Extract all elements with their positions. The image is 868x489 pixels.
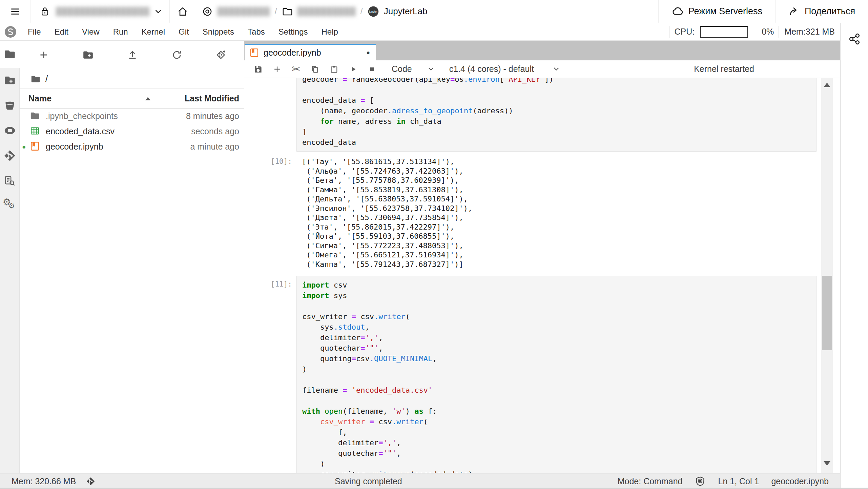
file-name: .ipynb_checkpoints bbox=[46, 111, 118, 121]
cut-cells-button[interactable]: ✂ bbox=[291, 64, 302, 75]
datasphere-logo bbox=[4, 25, 17, 38]
name-header-label: Name bbox=[28, 94, 51, 103]
cursor-position[interactable]: Ln 1, Col 1 bbox=[718, 476, 759, 486]
sidebar-tab-settings[interactable]: ⚙⚙ bbox=[0, 193, 20, 218]
file-list-header: Name Last Modified bbox=[20, 89, 244, 109]
resource-indicators: CPU: 0% Mem:321 MB bbox=[669, 23, 840, 40]
plus-icon bbox=[38, 49, 49, 61]
menu-kernel[interactable]: Kernel bbox=[135, 23, 172, 40]
chevron-down-icon bbox=[428, 67, 434, 71]
folder-name-redacted[interactable]: ██████████ bbox=[297, 7, 356, 16]
notebook-scroll-area: geocoder = YandexGeocoder(api_key=os.env… bbox=[244, 78, 840, 473]
copy-icon bbox=[310, 64, 320, 74]
file-row[interactable]: .ipynb_checkpoints8 minutes ago bbox=[20, 109, 244, 124]
svg-text:jupyter: jupyter bbox=[369, 10, 377, 13]
active-file-label: geocoder.ipynb bbox=[771, 476, 829, 486]
scroll-up-button[interactable] bbox=[824, 83, 830, 87]
menu-tabs[interactable]: Tabs bbox=[241, 23, 272, 40]
cell-prompt: [11]: bbox=[244, 276, 296, 473]
run-cell-button[interactable] bbox=[348, 64, 358, 75]
insert-cell-button[interactable] bbox=[272, 64, 283, 75]
file-browser-breadcrumb[interactable]: / bbox=[20, 69, 244, 89]
share-arrow-icon bbox=[788, 6, 800, 17]
paste-icon bbox=[329, 64, 339, 74]
folder-icon bbox=[30, 74, 41, 84]
trust-shield-icon[interactable] bbox=[695, 476, 706, 487]
hamburger-menu-button[interactable] bbox=[0, 0, 30, 23]
jupyterlab-logo: jupyter bbox=[367, 5, 379, 18]
share-nodes-icon[interactable] bbox=[848, 33, 861, 45]
kernel-status-label: Kernel restarted bbox=[694, 64, 754, 74]
kernel-name: c1.4 (4 cores) - default bbox=[449, 64, 534, 74]
new-launcher-button[interactable] bbox=[38, 49, 49, 61]
output-text: [('Тау', '[55.861615,37.513134]'), ('Аль… bbox=[296, 156, 817, 269]
sidebar-tab-files[interactable] bbox=[0, 41, 20, 68]
chevron-down-icon bbox=[155, 9, 161, 14]
interrupt-kernel-button[interactable] bbox=[367, 64, 377, 75]
cell-prompt: [10]: bbox=[244, 156, 296, 269]
sidebar-tab-trash[interactable] bbox=[0, 93, 20, 118]
menu-edit[interactable]: Edit bbox=[48, 23, 75, 40]
notebook-tab[interactable]: geocoder.ipynb ● bbox=[245, 44, 376, 60]
stop-oval-icon bbox=[4, 124, 16, 137]
cpu-usage-bar bbox=[700, 26, 748, 38]
scroll-down-button[interactable] bbox=[824, 461, 830, 466]
upload-button[interactable] bbox=[127, 49, 138, 61]
workspace-selector[interactable]: ████████████████ bbox=[30, 0, 170, 23]
refresh-button[interactable] bbox=[171, 49, 183, 61]
folder-plus-icon bbox=[4, 74, 16, 86]
menu-help[interactable]: Help bbox=[315, 23, 345, 40]
file-row[interactable]: ●geocoder.ipynba minute ago bbox=[20, 139, 244, 154]
output-cell: [10]:[('Тау', '[55.861615,37.513134]'), … bbox=[244, 156, 840, 269]
notebook-cells: geocoder = YandexGeocoder(api_key=os.env… bbox=[244, 78, 840, 473]
csv-icon bbox=[30, 126, 41, 137]
project-name-redacted[interactable]: █████████ bbox=[218, 7, 270, 16]
cpu-label: CPU: bbox=[674, 27, 695, 37]
git-plus-icon bbox=[215, 49, 227, 61]
modified-column-header[interactable]: Last Modified bbox=[158, 89, 244, 108]
status-bar: Mem: 320.66 MB Saving completed Mode: Co… bbox=[0, 473, 840, 489]
scrollbar-thumb[interactable] bbox=[822, 276, 832, 350]
home-button[interactable] bbox=[170, 0, 196, 23]
serverless-mode-button[interactable]: Режим Serverless bbox=[658, 0, 775, 23]
menu-settings[interactable]: Settings bbox=[272, 23, 315, 40]
file-name: encoded_data.csv bbox=[46, 126, 115, 136]
copy-cells-button[interactable] bbox=[310, 64, 321, 75]
mode-indicator[interactable]: Mode: Command bbox=[618, 476, 683, 486]
cell-prompt bbox=[244, 78, 296, 152]
left-activity-bar: ⚙⚙ bbox=[0, 41, 20, 473]
code-editor[interactable]: import csvimport sys csv_writer = csv.wr… bbox=[296, 276, 817, 473]
right-sidebar bbox=[840, 23, 868, 489]
sidebar-tab-running-sessions[interactable] bbox=[0, 118, 20, 143]
divider bbox=[779, 26, 779, 38]
sidebar-tab-new-folder[interactable] bbox=[0, 68, 20, 93]
menu-view[interactable]: View bbox=[75, 23, 106, 40]
jupyterlab-label: JupyterLab bbox=[384, 6, 428, 17]
new-folder-button[interactable] bbox=[82, 49, 94, 61]
menu-bar: FileEditViewRunKernelGitSnippetsTabsSett… bbox=[0, 23, 840, 41]
code-editor[interactable]: geocoder = YandexGeocoder(api_key=os.env… bbox=[296, 78, 817, 152]
organization-icon[interactable] bbox=[202, 6, 213, 17]
menu-file[interactable]: File bbox=[21, 23, 48, 40]
notebook-scrollbar[interactable] bbox=[821, 78, 833, 473]
memory-usage: Mem: 320.66 MB bbox=[12, 476, 76, 486]
name-column-header[interactable]: Name bbox=[20, 89, 158, 108]
menu-git[interactable]: Git bbox=[172, 23, 196, 40]
tab-bar: geocoder.ipynb ● bbox=[244, 41, 840, 60]
menu-snippets[interactable]: Snippets bbox=[196, 23, 241, 40]
dock-panel: geocoder.ipynb ● ✂ Code c1.4 (4 bbox=[244, 41, 840, 473]
unsaved-file-dot: ● bbox=[22, 143, 26, 151]
file-modified: a minute ago bbox=[190, 142, 244, 152]
git-clone-button[interactable] bbox=[215, 49, 227, 61]
kernel-selector-dropdown[interactable]: c1.4 (4 cores) - default bbox=[449, 64, 559, 74]
menu-run[interactable]: Run bbox=[106, 23, 135, 40]
share-button[interactable]: Поделиться bbox=[775, 0, 868, 23]
git-status-icon[interactable] bbox=[86, 477, 95, 486]
cell-type-dropdown[interactable]: Code bbox=[392, 64, 434, 74]
save-button[interactable] bbox=[253, 64, 264, 75]
file-row[interactable]: encoded_data.csvseconds ago bbox=[20, 124, 244, 139]
paste-cells-button[interactable] bbox=[329, 64, 339, 75]
file-browser-toolbar bbox=[20, 41, 244, 69]
sidebar-tab-git[interactable] bbox=[0, 143, 20, 168]
sidebar-tab-resource-inspector[interactable] bbox=[0, 168, 20, 193]
